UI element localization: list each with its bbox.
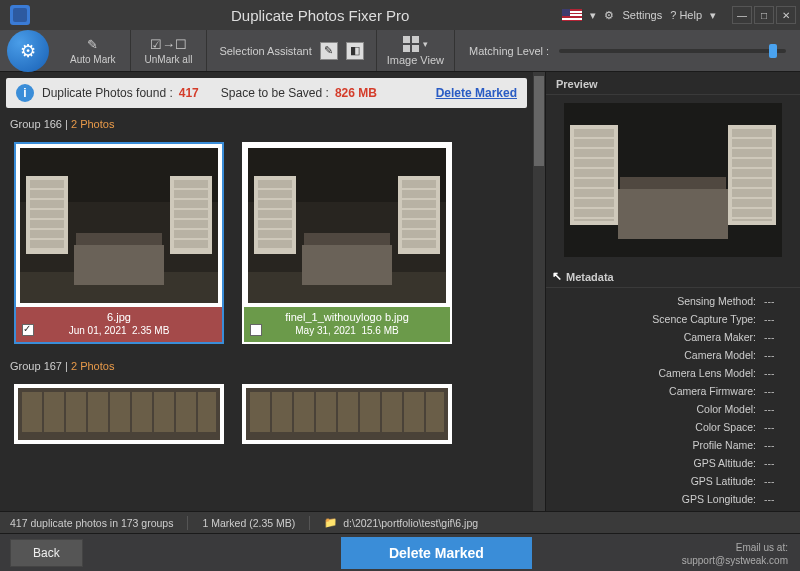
group-name: Group 166: [10, 118, 62, 130]
back-button[interactable]: Back: [10, 539, 83, 567]
photo-thumbnail: [248, 148, 446, 303]
metadata-key: Profile Name:: [692, 439, 756, 451]
metadata-row: Color Model:---: [546, 400, 790, 418]
photo-caption: finel_1_withouylogo b.jpg May 31, 2021 1…: [244, 307, 450, 342]
image-view-label: Image View: [387, 54, 444, 66]
checkbox-icon: ☑→☐: [150, 37, 187, 52]
photo-size: 15.6 MB: [361, 325, 398, 336]
titlebar: Duplicate Photos Fixer Pro ▾ ⚙ Settings …: [0, 0, 800, 30]
delete-marked-link[interactable]: Delete Marked: [436, 86, 517, 100]
settings-link[interactable]: Settings: [622, 9, 662, 21]
metadata-row: Scence Capture Type:---: [546, 310, 790, 328]
selection-tool-2-button[interactable]: ◧: [346, 42, 364, 60]
photo-checkbox[interactable]: [250, 324, 262, 336]
gear-icon: ⚙: [604, 9, 614, 22]
app-badge-icon: [0, 30, 56, 72]
help-link[interactable]: ? Help: [670, 9, 702, 21]
chevron-down-icon[interactable]: ▾: [590, 9, 596, 22]
metadata-header: ↖ Metadata: [546, 265, 800, 288]
slider-thumb[interactable]: [769, 44, 777, 58]
photo-card[interactable]: [14, 384, 224, 444]
metadata-value: ---: [764, 493, 790, 505]
selection-assistant-label: Selection Assistant: [219, 45, 311, 57]
scrollbar-thumb[interactable]: [534, 76, 544, 166]
metadata-value: ---: [764, 331, 790, 343]
metadata-key: Camera Model:: [684, 349, 756, 361]
language-flag-icon[interactable]: [562, 9, 582, 21]
metadata-row: Color Space:---: [546, 418, 790, 436]
cursor-icon: ↖: [552, 269, 562, 283]
minimize-button[interactable]: —: [732, 6, 752, 24]
matching-level-group: Matching Level :: [455, 30, 800, 71]
status-bar: 417 duplicate photos in 173 groups 1 Mar…: [0, 511, 800, 533]
maximize-button[interactable]: □: [754, 6, 774, 24]
metadata-value: ---: [764, 457, 790, 469]
space-saved-value: 826 MB: [335, 86, 377, 100]
metadata-value: ---: [764, 385, 790, 397]
photo-filename: 6.jpg: [107, 311, 131, 323]
metadata-key: GPS Latitude:: [691, 475, 756, 487]
photo-thumbnail: [20, 148, 218, 303]
main-panel: i Duplicate Photos found : 417 Space to …: [0, 72, 533, 511]
photo-checkbox[interactable]: [22, 324, 34, 336]
toolbar: ✎ Auto Mark ☑→☐ UnMark all Selection Ass…: [0, 30, 800, 72]
email-address[interactable]: support@systweak.com: [682, 554, 788, 567]
matching-level-slider[interactable]: [559, 49, 786, 53]
support-email: Email us at: support@systweak.com: [682, 541, 788, 567]
main-scrollbar[interactable]: [533, 72, 545, 511]
duplicates-found-count: 417: [179, 86, 199, 100]
status-marked: 1 Marked (2.35 MB): [202, 517, 295, 529]
metadata-value: ---: [764, 349, 790, 361]
metadata-key: Color Model:: [696, 403, 756, 415]
metadata-value: ---: [764, 421, 790, 433]
photo-date: May 31, 2021: [295, 325, 356, 336]
metadata-key: Camera Lens Model:: [659, 367, 756, 379]
preview-area: [546, 95, 800, 265]
metadata-value: ---: [764, 475, 790, 487]
info-icon: i: [16, 84, 34, 102]
photo-card[interactable]: 6.jpg Jun 01, 2021 2.35 MB: [14, 142, 224, 344]
metadata-key: Color Space:: [695, 421, 756, 433]
group-name: Group 167: [10, 360, 62, 372]
metadata-value: ---: [764, 403, 790, 415]
space-saved-label: Space to be Saved :: [221, 86, 329, 100]
photo-date: Jun 01, 2021: [69, 325, 127, 336]
matching-level-label: Matching Level :: [469, 45, 549, 57]
group-photos-label: Photos: [80, 360, 114, 372]
info-bar: i Duplicate Photos found : 417 Space to …: [6, 78, 527, 108]
metadata-key: Camera Maker:: [684, 331, 756, 343]
auto-mark-label: Auto Mark: [70, 54, 116, 65]
duplicates-found-label: Duplicate Photos found :: [42, 86, 173, 100]
email-label: Email us at:: [682, 541, 788, 554]
group-header: Group 166 | 2 Photos: [0, 112, 533, 136]
metadata-value: ---: [764, 295, 790, 307]
unmark-all-button[interactable]: ☑→☐ UnMark all: [131, 30, 208, 71]
status-summary: 417 duplicate photos in 173 groups: [10, 517, 173, 529]
selection-assistant-group: Selection Assistant ✎ ◧: [207, 30, 376, 71]
photo-thumbnail: [246, 388, 448, 440]
photo-card[interactable]: [242, 384, 452, 444]
group-count: 2: [71, 360, 77, 372]
metadata-row: GPS Latitude:---: [546, 472, 790, 490]
grid-icon: [403, 36, 419, 52]
selection-tool-1-button[interactable]: ✎: [320, 42, 338, 60]
metadata-row: Profile Name:---: [546, 436, 790, 454]
group-count: 2: [71, 118, 77, 130]
chevron-down-icon[interactable]: ▾: [710, 9, 716, 22]
metadata-key: Camera Firmware:: [669, 385, 756, 397]
image-view-button[interactable]: ▾ Image View: [377, 30, 455, 71]
metadata-row: GPS Altitude:---: [546, 454, 790, 472]
metadata-key: Scence Capture Type:: [652, 313, 756, 325]
close-button[interactable]: ✕: [776, 6, 796, 24]
wand-icon: ✎: [87, 37, 98, 52]
photo-size: 2.35 MB: [132, 325, 169, 336]
app-title: Duplicate Photos Fixer Pro: [38, 7, 562, 24]
photo-card[interactable]: finel_1_withouylogo b.jpg May 31, 2021 1…: [242, 142, 452, 344]
metadata-key: Sensing Method:: [677, 295, 756, 307]
metadata-row: Camera Lens Model:---: [546, 364, 790, 382]
auto-mark-button[interactable]: ✎ Auto Mark: [56, 30, 131, 71]
metadata-value: ---: [764, 367, 790, 379]
delete-marked-button[interactable]: Delete Marked: [341, 537, 532, 569]
photo-thumbnail: [18, 388, 220, 440]
bottom-bar: Back Delete Marked Email us at: support@…: [0, 533, 800, 571]
